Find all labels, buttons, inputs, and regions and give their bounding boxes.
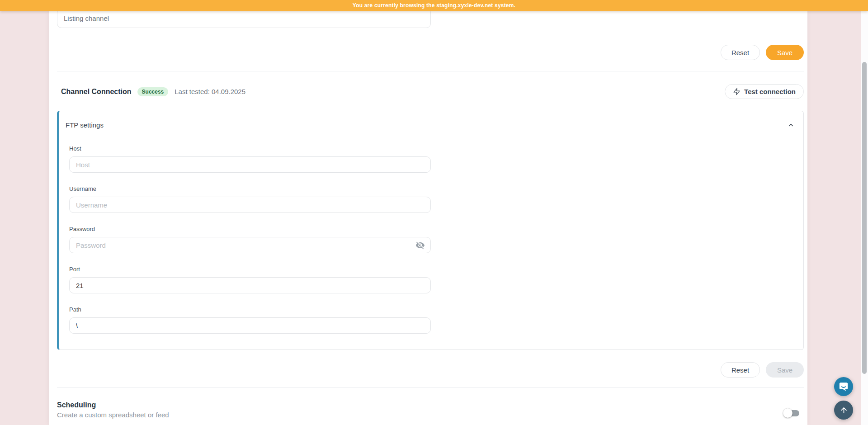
host-field-group: Host xyxy=(69,145,803,173)
password-label: Password xyxy=(69,226,803,233)
port-input[interactable] xyxy=(69,277,431,293)
password-input-wrapper xyxy=(69,237,431,253)
status-badge: Success xyxy=(137,87,169,96)
scheduling-toggle[interactable] xyxy=(783,408,800,418)
connection-actions: Reset Save xyxy=(721,362,804,378)
arrow-up-icon xyxy=(840,406,848,415)
channel-connection-header: Channel Connection Success Last tested: … xyxy=(57,84,804,99)
path-field-group: Path xyxy=(69,306,803,334)
scheduling-section: Scheduling Create a custom spreadsheet o… xyxy=(57,401,804,419)
password-input[interactable] xyxy=(69,237,431,253)
toggle-knob xyxy=(783,408,793,418)
connection-reset-button[interactable]: Reset xyxy=(721,362,760,378)
port-label: Port xyxy=(69,266,803,273)
scrollbar-track xyxy=(861,0,868,425)
chat-bubble-icon xyxy=(839,382,849,392)
ftp-settings-header[interactable]: FTP settings xyxy=(59,111,803,139)
last-tested-text: Last tested: 04.09.2025 xyxy=(175,88,245,95)
chevron-up-icon[interactable] xyxy=(788,122,794,128)
username-label: Username xyxy=(69,185,803,193)
chat-widget-button[interactable] xyxy=(834,377,853,396)
listing-actions: Reset Save xyxy=(721,45,804,60)
section-divider xyxy=(57,387,804,388)
username-input[interactable] xyxy=(69,197,431,213)
eye-off-icon xyxy=(415,241,425,250)
staging-banner-text: You are currently browsing the staging.x… xyxy=(353,2,515,9)
scheduling-title: Scheduling xyxy=(57,401,804,409)
scroll-to-top-button[interactable] xyxy=(834,401,853,420)
listing-save-button[interactable]: Save xyxy=(766,45,804,60)
listing-reset-button[interactable]: Reset xyxy=(721,45,760,60)
listing-channel-input[interactable] xyxy=(57,8,431,28)
ftp-fields: Host Username Password xyxy=(59,139,803,334)
ftp-settings-title: FTP settings xyxy=(66,121,104,129)
ftp-settings-panel: FTP settings Host Username Password xyxy=(57,111,804,350)
scheduling-subtitle: Create a custom spreadsheet or feed xyxy=(57,411,804,419)
page: You are currently browsing the staging.x… xyxy=(0,0,868,425)
zap-icon xyxy=(733,88,741,95)
connection-save-button[interactable]: Save xyxy=(766,362,804,378)
test-connection-label: Test connection xyxy=(744,88,796,95)
staging-banner: You are currently browsing the staging.x… xyxy=(0,0,868,11)
host-label: Host xyxy=(69,145,803,152)
scrollbar-thumb[interactable] xyxy=(862,62,867,374)
host-input[interactable] xyxy=(69,156,431,173)
settings-card: Reset Save Channel Connection Success La… xyxy=(49,11,807,425)
username-field-group: Username xyxy=(69,185,803,213)
test-connection-button[interactable]: Test connection xyxy=(725,84,804,99)
password-field-group: Password xyxy=(69,226,803,253)
section-divider xyxy=(57,71,804,71)
path-input[interactable] xyxy=(69,317,431,334)
toggle-password-visibility-button[interactable] xyxy=(415,240,425,250)
port-field-group: Port xyxy=(69,266,803,293)
channel-connection-title: Channel Connection xyxy=(61,88,132,96)
path-label: Path xyxy=(69,306,803,313)
